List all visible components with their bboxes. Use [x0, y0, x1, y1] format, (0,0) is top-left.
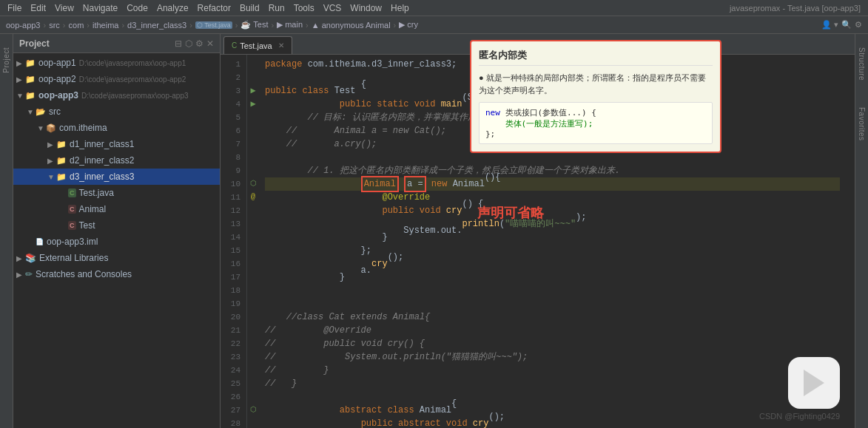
- gear-settings-icon[interactable]: ⚙: [195, 38, 203, 49]
- src-folder-icon: 📂: [36, 107, 46, 117]
- java-tab-icon: C: [232, 41, 237, 50]
- code-line-21: // @Override: [265, 324, 840, 337]
- tab-label: Test.java: [240, 41, 272, 50]
- breadcrumb-test[interactable]: ☕ Test: [240, 20, 268, 30]
- tree-item-path: D:\code\javasepromax\oop-app2: [79, 75, 186, 84]
- tab-close-button[interactable]: ✕: [278, 41, 284, 50]
- code-line-22: // public void cry() {: [265, 337, 840, 350]
- tree-d3[interactable]: ▼ 📁 d3_inner_class3: [13, 169, 220, 185]
- expand-arrow: ▶: [47, 157, 55, 165]
- pkg-folder-icon: 📁: [56, 172, 67, 182]
- expand-arrow: ▶: [47, 140, 55, 149]
- library-icon: 📚: [25, 253, 36, 263]
- code-line-24: // }: [265, 364, 840, 377]
- project-header-icons: ⊟ ⬡ ⚙ ✕: [175, 38, 214, 49]
- scratch-icon: ✏: [25, 269, 33, 279]
- editor-tab-testjava[interactable]: C Test.java ✕: [223, 36, 292, 54]
- breadcrumb-com[interactable]: com: [69, 21, 84, 30]
- scroll-from-source-icon[interactable]: ⬡: [185, 38, 192, 49]
- tree-oop-app3[interactable]: ▼ 📁 oop-app3 D:\code\javasepromax\oop-ap…: [13, 87, 220, 103]
- tree-oop-app2[interactable]: ▶ 📁 oop-app2 D:\code\javasepromax\oop-ap…: [13, 71, 220, 87]
- menu-analyze[interactable]: Analyze: [152, 0, 193, 16]
- menu-bar: File Edit View Navigate Code Analyze Ref…: [0, 0, 868, 16]
- tree-item-label: oop-app3: [38, 90, 78, 101]
- tree-item-label: oop-app2: [38, 74, 76, 84]
- annotation-label: 声明可省略: [477, 204, 544, 222]
- class-icon: C: [68, 221, 76, 230]
- tooltip-code-line2: 类体(一般是方法重写);: [485, 118, 706, 129]
- folder-icon: 📁: [25, 91, 36, 101]
- expand-arrow: ▶: [16, 59, 24, 67]
- breadcrumb-anonymous[interactable]: ▲ anonymous Animal: [312, 21, 391, 30]
- code-line-16: a.cry();: [265, 257, 840, 271]
- menu-vcs[interactable]: VCS: [319, 0, 346, 16]
- menu-edit[interactable]: Edit: [26, 0, 50, 16]
- code-line-19: [265, 297, 840, 310]
- menu-file[interactable]: File: [3, 0, 26, 16]
- expand-arrow: ▶: [16, 254, 24, 262]
- project-tree: ▶ 📁 oop-app1 D:\code\javasepromax\oop-ap…: [13, 53, 220, 428]
- tree-scratches[interactable]: ▶ ✏ Scratches and Consoles: [13, 266, 220, 282]
- expand-arrow: ▼: [37, 124, 44, 132]
- breadcrumb-src[interactable]: src: [49, 21, 60, 30]
- settings-icon[interactable]: ⚙: [855, 20, 862, 30]
- expand-arrow: ▼: [47, 173, 55, 181]
- code-line-18: [265, 284, 840, 297]
- sidebar-tab-favorites[interactable]: Favorites: [856, 101, 867, 147]
- java-file-icon: C: [68, 188, 76, 197]
- menu-navigate[interactable]: Navigate: [78, 0, 122, 16]
- expand-arrow: ▼: [27, 108, 34, 116]
- user-icon[interactable]: 👤 ▾: [821, 20, 838, 30]
- breadcrumb-cry[interactable]: ▶ cry: [399, 20, 418, 30]
- watermark-area: CSDN @Fighting0429: [759, 357, 840, 421]
- tree-item-label: Test: [79, 220, 95, 231]
- tooltip-bullet: ●: [479, 73, 486, 82]
- tree-item-label: Animal: [79, 204, 107, 214]
- tree-animal[interactable]: ▶ C Animal: [13, 201, 220, 217]
- menu-refactor[interactable]: Refactor: [193, 0, 235, 16]
- breadcrumb-testjava[interactable]: ⬡ Test.java: [195, 21, 232, 29]
- tree-iml[interactable]: ▶ 📄 oop-app3.iml: [13, 234, 220, 250]
- code-line-20: //class Cat extends Animal{: [265, 310, 840, 324]
- search-everywhere-icon[interactable]: 🔍: [841, 20, 852, 30]
- sidebar-tab-structure[interactable]: Structure: [856, 41, 867, 86]
- tree-test-class[interactable]: ▶ C Test: [13, 217, 220, 234]
- tree-external-libs[interactable]: ▶ 📚 External Libraries: [13, 250, 220, 266]
- tree-item-label: External Libraries: [39, 253, 108, 263]
- breadcrumb-main[interactable]: ▶ main: [277, 20, 303, 30]
- menu-view[interactable]: View: [50, 0, 78, 16]
- logo-image: [788, 357, 840, 409]
- tooltip-text: 就是一种特殊的局部内部类；所谓匿名：指的是程序员不需要为这个类声明名字。: [479, 73, 706, 95]
- tree-d2[interactable]: ▶ 📁 d2_inner_class2: [13, 152, 220, 169]
- menu-help[interactable]: Help: [386, 0, 414, 16]
- collapse-all-icon[interactable]: ⊟: [175, 38, 182, 49]
- main-layout: Project Project ⊟ ⬡ ⚙ ✕ ▶ 📁 oop-app1 D:\…: [0, 34, 868, 428]
- expand-arrow: ▶: [16, 75, 24, 84]
- tooltip-title: 匿名内部类: [479, 49, 713, 66]
- menu-tools[interactable]: Tools: [289, 0, 319, 16]
- menu-run[interactable]: Run: [264, 0, 289, 16]
- tree-d1[interactable]: ▶ 📁 d1_inner_class1: [13, 136, 220, 152]
- menu-window[interactable]: Window: [346, 0, 386, 16]
- tree-oop-app1[interactable]: ▶ 📁 oop-app1 D:\code\javasepromax\oop-ap…: [13, 55, 220, 71]
- breadcrumb-d3[interactable]: d3_inner_class3: [127, 21, 186, 30]
- close-panel-icon[interactable]: ✕: [206, 38, 214, 49]
- code-line-28: public abstract void cry();: [265, 417, 840, 428]
- editor-area: C Test.java ✕ 12345 678910 1112131415 16…: [221, 34, 855, 428]
- code-line-25: // }: [265, 377, 840, 390]
- sidebar-tab-project[interactable]: Project: [1, 41, 12, 79]
- tree-src[interactable]: ▼ 📂 src: [13, 103, 220, 120]
- expand-arrow: ▶: [16, 271, 24, 279]
- breadcrumb-itheima[interactable]: itheima: [92, 21, 118, 30]
- tooltip-popup: 匿名内部类 ● 就是一种特殊的局部内部类；所谓匿名：指的是程序员不需要为这个类声…: [470, 40, 721, 153]
- tree-item-label: oop-app1: [38, 58, 76, 68]
- menu-build[interactable]: Build: [235, 0, 264, 16]
- tree-testjava[interactable]: ▶ C Test.java: [13, 185, 220, 201]
- breadcrumb-oop-app3[interactable]: oop-app3: [6, 21, 41, 30]
- tree-item-label: Scratches and Consoles: [36, 269, 132, 279]
- left-sidebar-tabs: Project: [0, 34, 13, 428]
- menu-code[interactable]: Code: [122, 0, 152, 16]
- iml-icon: 📄: [36, 238, 44, 245]
- tree-com-itheima[interactable]: ▼ 📦 com.itheima: [13, 120, 220, 136]
- tree-item-label: src: [49, 106, 61, 117]
